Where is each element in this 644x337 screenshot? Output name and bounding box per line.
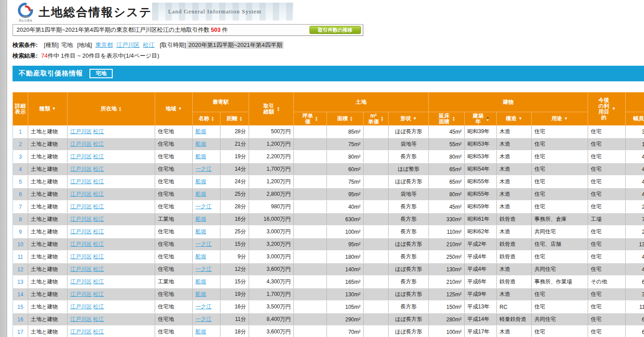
header-structure-filter[interactable]: 構造▼ [497,112,532,126]
cell-station-name: 船堀 [193,176,220,188]
location-town-link[interactable]: 松江 [93,241,104,247]
station-link[interactable]: 船堀 [195,228,206,235]
row-number-link[interactable]: 1 [19,129,22,135]
transaction-trend-button[interactable]: 取引件数の推移 [309,26,361,34]
row-number-link[interactable]: 13 [17,279,23,285]
header-station-name-sort[interactable]: 名称▲▼ [193,112,220,126]
station-link[interactable]: 船堀 [195,178,206,185]
location-ward-link[interactable]: 江戸川区 [70,216,92,222]
row-number-link[interactable]: 5 [19,179,22,185]
location-ward-link[interactable]: 江戸川区 [70,303,92,310]
location-town-link[interactable]: 松江 [93,178,104,185]
location-town-link[interactable]: 松江 [93,278,104,285]
location-ward-link[interactable]: 江戸川区 [70,291,92,297]
header-area-sort[interactable]: 面積▲▼ [327,112,364,126]
location-town-link[interactable]: 松江 [93,228,104,235]
cell-road-width: 2.5m [626,201,644,213]
station-link[interactable]: 船堀 [195,278,206,285]
row-number-link[interactable]: 4 [19,166,22,173]
location-ward-link[interactable]: 江戸川区 [70,278,92,285]
header-station-distance-sort[interactable]: 距離▲▼ [220,112,249,126]
location-ward-link[interactable]: 江戸川区 [70,241,92,247]
location-town-link[interactable]: 松江 [93,216,104,222]
location-town-link[interactable]: 松江 [93,303,104,310]
cell-type: 土地と建物 [28,238,68,251]
station-link[interactable]: 一之江 [195,303,212,310]
cell-total-price: 2,200万円 [249,151,294,163]
row-number-link[interactable]: 6 [19,191,22,198]
location-town-link[interactable]: 松江 [93,141,104,147]
station-link[interactable]: 一之江 [195,241,212,247]
location-town-link[interactable]: 松江 [93,253,104,260]
location-ward-link[interactable]: 江戸川区 [70,128,92,135]
row-number-link[interactable]: 16 [17,316,23,323]
row-number-link[interactable]: 8 [19,216,22,223]
location-town-link[interactable]: 松江 [93,166,104,172]
location-ward-link[interactable]: 江戸川区 [70,166,92,172]
header-type-filter[interactable]: 種類▼ [28,93,68,126]
cell-region: 住宅地 [155,138,193,151]
station-link[interactable]: 一之江 [195,203,212,210]
row-number-link[interactable]: 9 [19,229,22,235]
location-town-link[interactable]: 松江 [93,191,104,197]
location-town-link[interactable]: 松江 [93,203,104,210]
location-ward-link[interactable]: 江戸川区 [70,141,92,147]
header-total-price-sort[interactable]: 取引総額▲▼ [249,93,294,126]
header-road-width-sort[interactable]: 幅員▲▼ [626,112,644,126]
row-number-link[interactable]: 12 [17,266,23,273]
header-sqm-price-sort[interactable]: m²単価▲▼ [364,112,389,126]
area-link-town[interactable]: 松江 [143,42,155,48]
location-ward-link[interactable]: 江戸川区 [70,228,92,235]
area-link-city[interactable]: 江戸川区 [116,42,140,48]
station-link[interactable]: 一之江 [195,266,212,272]
row-number-link[interactable]: 2 [19,141,22,147]
location-ward-link[interactable]: 江戸川区 [70,153,92,160]
header-use-filter[interactable]: 用途▼ [532,112,588,126]
row-number-link[interactable]: 10 [17,241,23,248]
header-build-year-sort[interactable]: 建築年▲▼ [465,112,497,126]
location-ward-link[interactable]: 江戸川区 [70,203,92,210]
station-link[interactable]: 一之江 [195,316,212,322]
header-shape-filter[interactable]: 形状▼ [389,112,429,126]
header-floor-area-sort[interactable]: 延床面積▲▼ [429,112,465,126]
cell-location: 江戸川区 松江 [68,313,155,326]
station-link[interactable]: 一之江 [195,166,212,172]
station-link[interactable]: 船堀 [195,253,206,260]
location-town-link[interactable]: 松江 [93,316,104,322]
header-future-use-filter[interactable]: 今後の利用目的▼ [588,93,626,126]
area-link-prefecture[interactable]: 東京都 [95,42,113,48]
location-town-link[interactable]: 松江 [93,329,104,335]
cell-region: 住宅地 [155,226,193,238]
cell-station-name: 船堀 [193,226,220,238]
location-town-link[interactable]: 松江 [93,128,104,135]
location-ward-link[interactable]: 江戸川区 [70,253,92,260]
location-ward-link[interactable]: 江戸川区 [70,329,92,335]
row-number-link[interactable]: 3 [19,154,22,160]
station-link[interactable]: 船堀 [195,191,206,197]
header-location-sort[interactable]: 所在地▲▼ [68,93,155,126]
location-ward-link[interactable]: 江戸川区 [70,266,92,272]
location-ward-link[interactable]: 江戸川区 [70,316,92,322]
cell-station-name: 一之江 [193,238,220,251]
station-link[interactable]: 船堀 [195,216,206,222]
location-ward-link[interactable]: 江戸川区 [70,191,92,197]
row-number-link[interactable]: 17 [17,329,23,335]
cell-land-area: 85m² [327,126,364,138]
row-number-link[interactable]: 15 [17,304,23,310]
cell-location: 江戸川区 松江 [68,201,155,213]
cell-build-year: 平成4年 [465,263,497,276]
station-link[interactable]: 船堀 [195,329,206,335]
station-link[interactable]: 船堀 [195,128,206,135]
station-link[interactable]: 船堀 [195,153,206,160]
station-link[interactable]: 船堀 [195,141,206,147]
station-link[interactable]: 船堀 [195,291,206,297]
header-region-filter[interactable]: 地域▼ [155,93,193,126]
location-town-link[interactable]: 松江 [93,291,104,297]
row-number-link[interactable]: 11 [17,254,23,260]
location-town-link[interactable]: 松江 [93,153,104,160]
location-ward-link[interactable]: 江戸川区 [70,178,92,185]
row-number-link[interactable]: 14 [17,291,23,298]
location-town-link[interactable]: 松江 [93,266,104,272]
header-tsubo-price-sort[interactable]: 坪単価▲▼ [294,112,327,126]
row-number-link[interactable]: 7 [19,204,22,210]
